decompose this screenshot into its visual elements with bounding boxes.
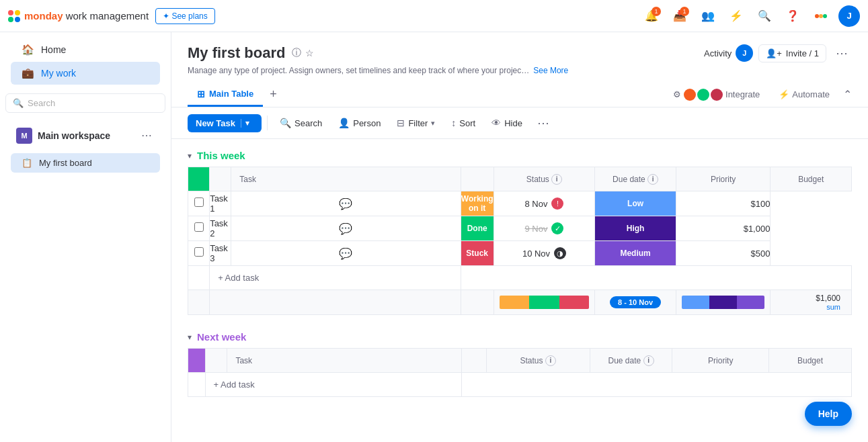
top-nav: monday work management ✦ See plans 🔔 1 📥… xyxy=(0,0,868,32)
person-icon: 👤 xyxy=(338,118,350,128)
sidebar-board-my-first-board[interactable]: 📋 My first board xyxy=(11,153,160,173)
board-info-icon[interactable]: ⓘ xyxy=(292,47,301,59)
user-avatar[interactable]: J xyxy=(838,5,860,27)
task3-status-cell[interactable]: Stuck xyxy=(461,241,494,266)
brand-name: monday work management xyxy=(24,10,149,21)
activity-button[interactable]: Activity J xyxy=(704,44,753,62)
integrate-button[interactable]: ⚙ Integrate xyxy=(668,86,765,103)
workspace-more-button[interactable]: ⋯ xyxy=(139,126,155,144)
automate-button[interactable]: ⚡ Automate xyxy=(773,87,835,102)
task3-status-badge[interactable]: Stuck xyxy=(461,241,494,265)
toolbar-more-button[interactable]: ⋯ xyxy=(532,113,555,133)
help-button[interactable]: Help xyxy=(805,402,852,426)
add-task-label[interactable]: + Add task xyxy=(210,266,461,290)
tab-main-table[interactable]: ⊞ Main Table xyxy=(188,83,263,107)
hide-button[interactable]: 👁 Hide xyxy=(485,114,529,132)
collapse-button[interactable]: ⌃ xyxy=(843,88,852,101)
sort-button[interactable]: ↕ Sort xyxy=(444,114,482,132)
board-star-icon[interactable]: ☆ xyxy=(305,48,314,58)
task2-status-cell[interactable]: Done xyxy=(461,216,494,241)
group-collapse-icon[interactable]: ▾ xyxy=(188,151,192,161)
task3-priority-badge[interactable]: Medium xyxy=(595,241,676,265)
task1-name-cell[interactable]: Task 1 xyxy=(210,191,231,216)
budget-sum-label: sum xyxy=(771,303,851,311)
board-title-row: My first board ⓘ ☆ Activity J 👤+ Invite … xyxy=(188,43,852,63)
table-icon: ⊞ xyxy=(197,89,205,99)
svg-point-0 xyxy=(815,14,819,18)
task3-duedate-cell[interactable]: 10 Nov ◑ xyxy=(494,241,595,266)
task2-budget-cell[interactable]: $1,000 xyxy=(676,216,771,241)
status-info-icon[interactable]: i xyxy=(551,174,562,185)
task2-actions[interactable]: 💬 xyxy=(231,216,461,241)
svg-point-1 xyxy=(819,14,823,18)
summary-budget-cell: $1,600 sum xyxy=(771,290,852,315)
group-title-this-week[interactable]: This week xyxy=(197,150,245,161)
nw-add-task-label[interactable]: + Add task xyxy=(205,373,461,397)
task2-duedate-cell[interactable]: 9 Nov ✓ xyxy=(494,216,595,241)
task2-priority-badge[interactable]: High xyxy=(595,216,676,240)
board-more-button[interactable]: ⋯ xyxy=(832,43,852,63)
priority-summary-bar xyxy=(682,296,765,309)
task3-actions[interactable]: 💬 xyxy=(231,241,461,266)
task2-date-icon: ✓ xyxy=(551,222,563,234)
sidebar: 🏠 Home 💼 My work 🔍 Search M Main workspa… xyxy=(0,32,171,442)
briefcase-icon: 💼 xyxy=(22,67,34,79)
task2-name-cell[interactable]: Task 2 xyxy=(210,216,231,241)
task3-priority-cell[interactable]: Medium xyxy=(595,241,676,266)
search-toolbar-button[interactable]: 🔍 Search xyxy=(273,114,329,132)
add-task-row-next-week[interactable]: + Add task xyxy=(188,373,852,397)
nw-status-info-icon[interactable]: i xyxy=(545,355,556,366)
col-budget: Budget xyxy=(771,167,852,191)
search-icon-sidebar: 🔍 xyxy=(13,98,24,108)
see-more-link[interactable]: See More xyxy=(533,66,568,75)
nw-duedate-info-icon[interactable]: i xyxy=(643,355,654,366)
nw-col-checkbox xyxy=(205,349,227,373)
invite-button[interactable]: 👤+ Invite / 1 xyxy=(758,44,826,62)
duedate-info-icon[interactable]: i xyxy=(647,174,658,185)
task2-checkbox-cell[interactable] xyxy=(188,216,210,241)
inbox-button[interactable]: 📥 1 xyxy=(669,5,691,27)
notifications-button[interactable]: 🔔 1 xyxy=(641,5,662,27)
seg-done xyxy=(529,296,559,309)
svg-point-2 xyxy=(823,14,827,18)
apps-button[interactable]: ⚡ xyxy=(725,5,747,27)
task1-budget-cell[interactable]: $100 xyxy=(676,191,771,216)
add-tab-button[interactable]: + xyxy=(263,82,284,107)
filter-button[interactable]: ⊟ Filter ▾ xyxy=(390,114,442,132)
task1-priority-badge[interactable]: Low xyxy=(595,191,676,216)
task1-status-badge[interactable]: Working on it xyxy=(461,191,494,216)
group-title-next-week[interactable]: Next week xyxy=(197,331,246,343)
task1-duedate-cell[interactable]: 8 Nov ! xyxy=(494,191,595,216)
task1-priority-cell[interactable]: Low xyxy=(595,191,676,216)
search-button[interactable]: 🔍 xyxy=(754,5,775,27)
task2-priority-cell[interactable]: High xyxy=(595,216,676,241)
task2-status-badge[interactable]: Done xyxy=(461,216,494,240)
task2-checkbox[interactable] xyxy=(194,222,204,232)
see-plans-button[interactable]: ✦ See plans xyxy=(155,8,215,24)
task1-checkbox-cell[interactable] xyxy=(188,191,210,216)
add-task-empty xyxy=(461,266,851,290)
new-task-button[interactable]: New Task ▾ xyxy=(188,114,262,132)
sidebar-search[interactable]: 🔍 Search xyxy=(5,93,165,113)
new-task-chevron[interactable]: ▾ xyxy=(241,119,253,128)
monday-logo-nav xyxy=(810,5,832,27)
task1-status-cell[interactable]: Working on it xyxy=(461,191,494,216)
add-task-row-this-week[interactable]: + Add task xyxy=(188,266,852,290)
task3-checkbox-cell[interactable] xyxy=(188,241,210,266)
invite-people-button[interactable]: 👥 xyxy=(697,5,719,27)
sidebar-item-home[interactable]: 🏠 Home xyxy=(11,38,160,61)
nw-col-due-date: Due date i xyxy=(590,349,672,373)
nw-col-status: Status i xyxy=(486,349,590,373)
task1-checkbox[interactable] xyxy=(194,197,204,207)
group-this-week: ▾ This week Task Status i xyxy=(188,150,852,315)
task3-budget-cell[interactable]: $500 xyxy=(676,241,771,266)
group-next-week-collapse-icon[interactable]: ▾ xyxy=(188,333,192,342)
task1-actions[interactable]: 💬 xyxy=(231,191,461,216)
task3-name-cell[interactable]: Task 3 xyxy=(210,241,231,266)
help-nav-button[interactable]: ❓ xyxy=(782,5,803,27)
person-button[interactable]: 👤 Person xyxy=(331,114,387,132)
task3-checkbox[interactable] xyxy=(194,247,204,257)
workspace-name[interactable]: M Main workspace xyxy=(16,128,110,144)
sidebar-item-mywork[interactable]: 💼 My work xyxy=(11,62,160,85)
task1-date-icon: ! xyxy=(551,197,563,210)
